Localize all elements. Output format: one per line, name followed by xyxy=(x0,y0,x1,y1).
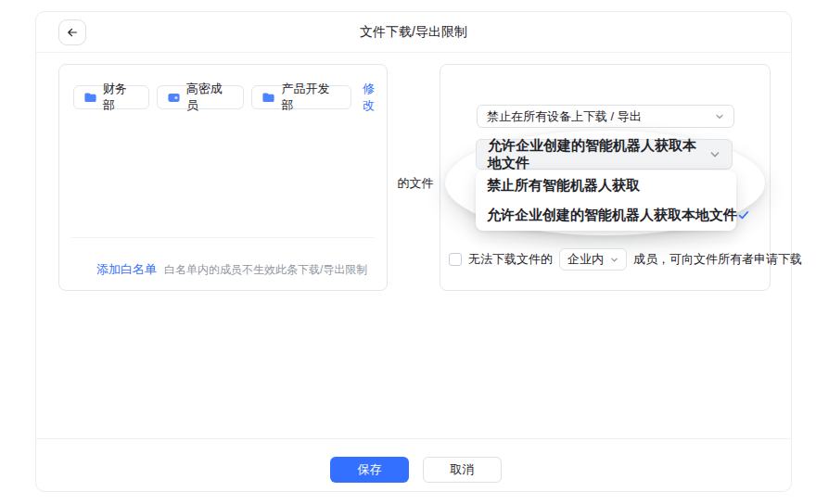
chip-label: 高密成员 xyxy=(186,81,235,114)
connector-label: 的文件 xyxy=(392,175,439,192)
scope-panel: 财务部 高密成员 产品开发部 修改 xyxy=(58,64,388,291)
dialog-header: 文件下载/导出限制 xyxy=(36,12,791,53)
badge-icon xyxy=(167,91,181,105)
whitelist-row: 添加白名单 白名单内的成员不生效此条下载/导出限制 xyxy=(96,261,367,278)
scope-chip: 高密成员 xyxy=(157,85,245,109)
request-download-checkbox[interactable] xyxy=(449,253,462,266)
device-restriction-value: 禁止在所有设备上下载 / 导出 xyxy=(487,108,642,125)
page-title: 文件下载/导出限制 xyxy=(36,12,791,53)
folder-icon xyxy=(261,91,275,105)
bot-access-value: 允许企业创建的智能机器人获取本地文件 xyxy=(488,137,709,172)
bot-option-forbid-all[interactable]: 禁止所有智能机器人获取 xyxy=(476,170,736,200)
device-restriction-select[interactable]: 禁止在所有设备上下载 / 导出 xyxy=(477,105,734,128)
request-row-prefix: 无法下载文件的 xyxy=(468,251,553,268)
bot-option-allow-enterprise[interactable]: 允许企业创建的智能机器人获取本地文件 xyxy=(476,200,736,230)
scope-chips-row: 财务部 高密成员 产品开发部 修改 xyxy=(73,81,387,114)
scope-chip: 财务部 xyxy=(73,85,149,109)
chevron-down-icon xyxy=(610,256,618,264)
bot-option-label: 允许企业创建的智能机器人获取本地文件 xyxy=(487,207,737,224)
cancel-button[interactable]: 取消 xyxy=(423,457,502,483)
chevron-down-icon xyxy=(709,149,720,160)
scope-chip: 产品开发部 xyxy=(251,85,351,109)
member-scope-value: 企业内 xyxy=(567,251,604,268)
chip-label: 财务部 xyxy=(103,81,139,114)
check-icon xyxy=(737,208,750,221)
bot-access-dropdown-menu: 禁止所有智能机器人获取 允许企业创建的智能机器人获取本地文件 xyxy=(476,170,736,231)
whitelist-divider xyxy=(71,237,375,238)
folder-icon xyxy=(83,91,97,105)
member-scope-select[interactable]: 企业内 xyxy=(559,248,627,271)
footer-divider xyxy=(36,438,791,439)
save-button[interactable]: 保存 xyxy=(330,457,409,483)
chip-label: 产品开发部 xyxy=(281,81,341,114)
modify-scope-link[interactable]: 修改 xyxy=(363,81,387,114)
bot-option-label: 禁止所有智能机器人获取 xyxy=(487,177,640,195)
add-whitelist-link[interactable]: 添加白名单 xyxy=(96,261,157,278)
request-download-row: 无法下载文件的 企业内 成员，可向文件所有者申请下载 xyxy=(449,248,802,271)
whitelist-hint: 白名单内的成员不生效此条下载/导出限制 xyxy=(164,262,367,278)
restriction-dialog: 文件下载/导出限制 财务部 高密成员 xyxy=(35,11,792,492)
restriction-panel: 禁止在所有设备上下载 / 导出 允许企业创建的智能机器人获取本地文件 禁止所有智… xyxy=(440,64,771,291)
request-row-suffix: 成员，可向文件所有者申请下载 xyxy=(633,251,802,268)
chevron-down-icon xyxy=(715,112,724,121)
bot-access-select[interactable]: 允许企业创建的智能机器人获取本地文件 xyxy=(476,139,733,170)
